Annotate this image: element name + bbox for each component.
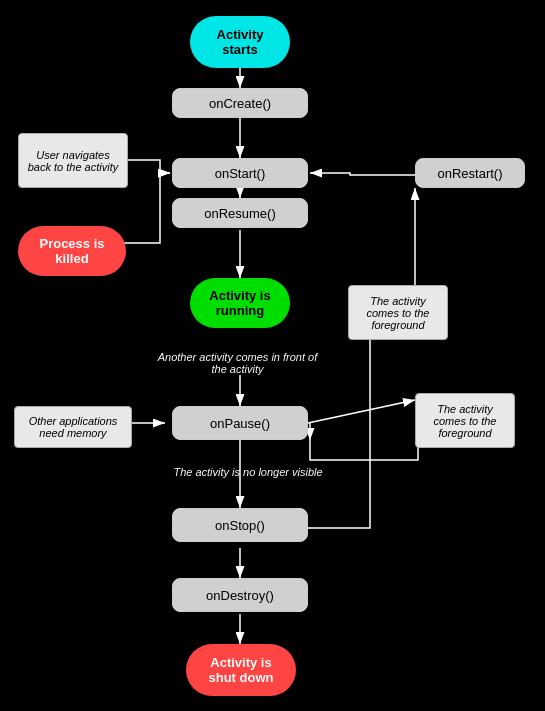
- another-activity-label: Another activity comes in front of the a…: [155, 345, 320, 380]
- activity-running-node: Activity is running: [190, 278, 290, 328]
- on-stop-node: onStop(): [172, 508, 308, 542]
- activity-starts-node: Activity starts: [190, 16, 290, 68]
- activity-shutdown-label: Activity is shut down: [209, 655, 274, 685]
- on-start-label: onStart(): [215, 166, 266, 181]
- user-navigates-label: User navigates back to the activity: [18, 133, 128, 188]
- foreground1-label: The activity comes to the foreground: [348, 285, 448, 340]
- on-pause-node: onPause(): [172, 406, 308, 440]
- no-longer-visible-label: The activity is no longer visible: [148, 462, 348, 482]
- on-restart-label: onRestart(): [437, 166, 502, 181]
- on-restart-node: onRestart(): [415, 158, 525, 188]
- on-destroy-node: onDestroy(): [172, 578, 308, 612]
- activity-shutdown-node: Activity is shut down: [186, 644, 296, 696]
- on-create-node: onCreate(): [172, 88, 308, 118]
- process-killed-label: Process is killed: [39, 236, 104, 266]
- svg-line-11: [308, 400, 415, 423]
- on-create-label: onCreate(): [209, 96, 271, 111]
- on-resume-label: onResume(): [204, 206, 276, 221]
- on-start-node: onStart(): [172, 158, 308, 188]
- on-stop-label: onStop(): [215, 518, 265, 533]
- on-destroy-label: onDestroy(): [206, 588, 274, 603]
- activity-running-label: Activity is running: [209, 288, 270, 318]
- activity-starts-label: Activity starts: [217, 27, 264, 57]
- on-resume-node: onResume(): [172, 198, 308, 228]
- other-apps-label: Other applications need memory: [14, 406, 132, 448]
- on-pause-label: onPause(): [210, 416, 270, 431]
- process-killed-node: Process is killed: [18, 226, 126, 276]
- foreground2-label: The activity comes to the foreground: [415, 393, 515, 448]
